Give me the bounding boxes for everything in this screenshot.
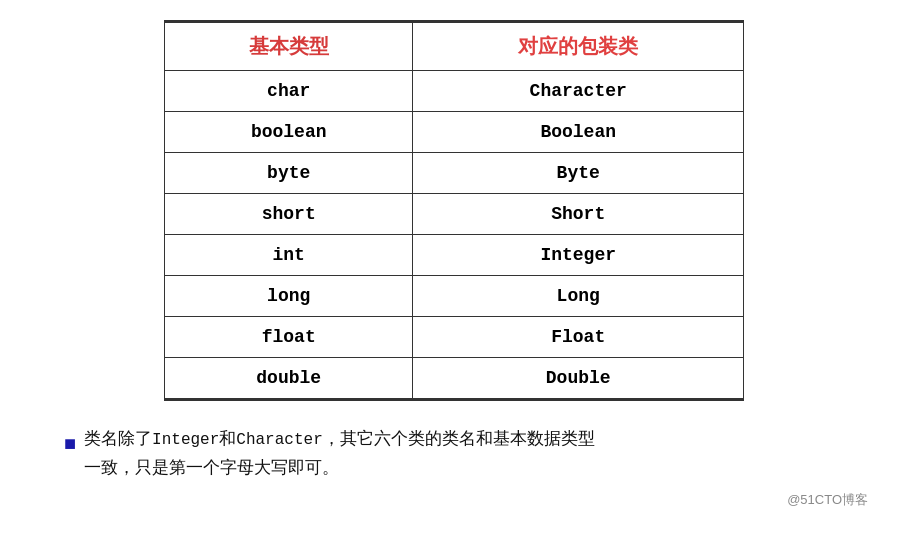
table-row: longLong (165, 276, 744, 317)
note-line1-pre1: 类名除了 (84, 429, 152, 448)
type-table: 基本类型 对应的包装类 charCharacterbooleanBooleanb… (164, 20, 744, 401)
wrapper-cell: Double (413, 358, 744, 400)
main-container: 基本类型 对应的包装类 charCharacterbooleanBooleanb… (40, 20, 868, 509)
primitive-cell: byte (165, 153, 413, 194)
table-row: intInteger (165, 235, 744, 276)
wrapper-cell: Character (413, 71, 744, 112)
wrapper-cell: Byte (413, 153, 744, 194)
primitive-cell: short (165, 194, 413, 235)
table-wrapper: 基本类型 对应的包装类 charCharacterbooleanBooleanb… (164, 20, 744, 401)
note-line1-post: ，其它六个类的类名和基本数据类型 (323, 429, 595, 448)
table-row: byteByte (165, 153, 744, 194)
primitive-cell: int (165, 235, 413, 276)
table-row: floatFloat (165, 317, 744, 358)
table-row: charCharacter (165, 71, 744, 112)
watermark: @51CTO博客 (787, 491, 868, 509)
col1-header: 基本类型 (165, 22, 413, 71)
primitive-cell: char (165, 71, 413, 112)
wrapper-cell: Float (413, 317, 744, 358)
note-section: ■ 类名除了Integer和Character，其它六个类的类名和基本数据类型 … (64, 425, 844, 483)
col2-header: 对应的包装类 (413, 22, 744, 71)
primitive-cell: boolean (165, 112, 413, 153)
note-bullet: ■ (64, 426, 76, 460)
primitive-cell: long (165, 276, 413, 317)
table-row: booleanBoolean (165, 112, 744, 153)
note-line2: 一致，只是第一个字母大写即可。 (84, 458, 339, 477)
table-row: doubleDouble (165, 358, 744, 400)
note-line1-mono2: Character (236, 431, 322, 449)
wrapper-cell: Short (413, 194, 744, 235)
wrapper-cell: Boolean (413, 112, 744, 153)
note-row: ■ 类名除了Integer和Character，其它六个类的类名和基本数据类型 … (64, 425, 844, 483)
table-row: shortShort (165, 194, 744, 235)
note-text: 类名除了Integer和Character，其它六个类的类名和基本数据类型 一致… (84, 425, 844, 483)
primitive-cell: float (165, 317, 413, 358)
wrapper-cell: Integer (413, 235, 744, 276)
note-line1-mid: 和 (219, 429, 236, 448)
primitive-cell: double (165, 358, 413, 400)
wrapper-cell: Long (413, 276, 744, 317)
note-line1-mono1: Integer (152, 431, 219, 449)
